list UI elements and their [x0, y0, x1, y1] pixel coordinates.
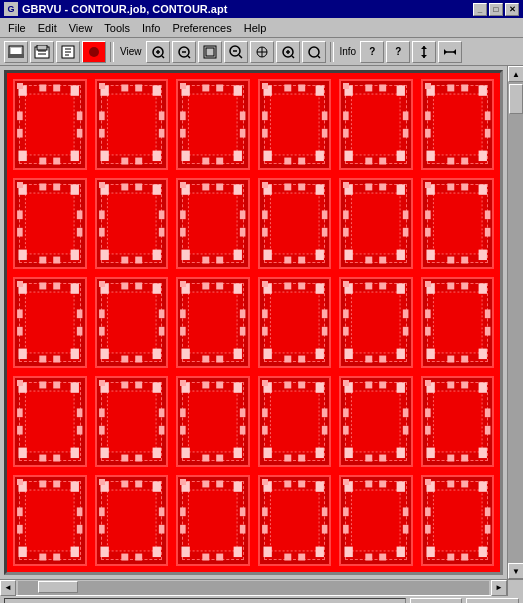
- menu-edit[interactable]: Edit: [32, 18, 63, 37]
- svg-rect-355: [71, 547, 79, 557]
- pan-button[interactable]: [250, 41, 274, 63]
- scroll-left-button[interactable]: ◄: [0, 580, 16, 596]
- svg-rect-286: [107, 391, 156, 452]
- svg-rect-250: [344, 349, 352, 359]
- zoom-out-button[interactable]: [224, 41, 248, 63]
- svg-rect-39: [25, 94, 74, 155]
- info-help-button[interactable]: ?: [360, 41, 384, 63]
- svg-rect-20: [206, 48, 214, 56]
- scroll-thumb-v[interactable]: [509, 84, 523, 114]
- cursor-button[interactable]: [412, 41, 436, 63]
- svg-rect-168: [321, 228, 327, 237]
- zoom-out-small-button[interactable]: [172, 41, 196, 63]
- svg-rect-135: [121, 257, 128, 264]
- toolbar-btn-2[interactable]: [30, 41, 54, 63]
- svg-rect-393: [263, 547, 271, 557]
- svg-rect-268: [461, 282, 468, 289]
- svg-line-15: [162, 56, 164, 58]
- svg-rect-51: [77, 129, 83, 138]
- scroll-thumb-h[interactable]: [38, 581, 78, 593]
- svg-rect-324: [321, 426, 327, 435]
- svg-rect-221: [188, 292, 237, 353]
- svg-rect-245: [321, 309, 327, 318]
- svg-rect-100: [343, 111, 349, 120]
- svg-rect-40: [18, 85, 26, 95]
- svg-rect-106: [478, 85, 486, 95]
- svg-rect-143: [188, 193, 237, 254]
- svg-rect-148: [202, 257, 209, 264]
- svg-rect-411: [379, 480, 386, 487]
- svg-rect-346: [461, 381, 468, 388]
- help-button[interactable]: ?: [386, 41, 410, 63]
- svg-rect-73: [216, 84, 223, 91]
- osnap-button[interactable]: OSNAP: [466, 598, 519, 604]
- svg-rect-199: [71, 349, 79, 359]
- toolbar-btn-3[interactable]: [56, 41, 80, 63]
- svg-rect-281: [53, 381, 60, 388]
- svg-rect-201: [53, 356, 60, 363]
- svg-rect-405: [397, 481, 405, 491]
- scroll-down-button[interactable]: ▼: [508, 563, 523, 579]
- svg-rect-161: [284, 257, 291, 264]
- svg-rect-406: [344, 547, 352, 557]
- svg-rect-276: [18, 448, 26, 458]
- svg-rect-312: [270, 391, 319, 452]
- ruler-button[interactable]: [438, 41, 462, 63]
- svg-rect-63: [158, 111, 164, 120]
- maximize-button[interactable]: □: [489, 3, 503, 16]
- svg-rect-203: [53, 282, 60, 289]
- svg-rect-159: [263, 250, 271, 260]
- svg-point-31: [309, 47, 319, 57]
- svg-rect-339: [426, 382, 434, 392]
- svg-rect-287: [100, 382, 108, 392]
- svg-rect-229: [216, 282, 223, 289]
- svg-rect-294: [135, 381, 142, 388]
- svg-rect-414: [403, 507, 409, 516]
- gsnap-button[interactable]: GSNAP: [410, 598, 463, 604]
- svg-rect-410: [365, 480, 372, 487]
- menu-file[interactable]: File: [2, 18, 32, 37]
- svg-rect-109: [447, 158, 454, 165]
- svg-rect-156: [270, 193, 319, 254]
- menu-info[interactable]: Info: [136, 18, 166, 37]
- scroll-track-v[interactable]: [508, 82, 523, 563]
- zoom-area-button[interactable]: [276, 41, 300, 63]
- svg-rect-145: [234, 184, 242, 194]
- svg-rect-370: [135, 554, 142, 561]
- svg-rect-133: [100, 250, 108, 260]
- svg-rect-80: [315, 85, 323, 95]
- scroll-track-h[interactable]: [18, 581, 489, 595]
- menu-tools[interactable]: Tools: [98, 18, 136, 37]
- close-button[interactable]: ✕: [505, 3, 519, 16]
- svg-rect-404: [344, 481, 352, 491]
- svg-rect-191: [425, 210, 431, 219]
- svg-rect-107: [426, 151, 434, 161]
- zoom-in-button[interactable]: [146, 41, 170, 63]
- svg-rect-167: [321, 210, 327, 219]
- svg-rect-67: [234, 85, 242, 95]
- pcb-cell: [13, 475, 87, 566]
- zoom-fit-button[interactable]: [198, 41, 222, 63]
- svg-rect-313: [263, 382, 271, 392]
- menu-help[interactable]: Help: [238, 18, 273, 37]
- svg-rect-172: [344, 250, 352, 260]
- stop-button[interactable]: [82, 41, 106, 63]
- svg-rect-265: [447, 356, 454, 363]
- toolbar: View Info ? ?: [0, 38, 523, 66]
- svg-rect-348: [425, 426, 431, 435]
- menu-view[interactable]: View: [63, 18, 99, 37]
- svg-rect-403: [351, 490, 400, 551]
- svg-rect-230: [180, 309, 186, 318]
- svg-rect-208: [107, 292, 156, 353]
- vertical-scrollbar: ▲ ▼: [507, 66, 523, 579]
- zoom-full-button[interactable]: [302, 41, 326, 63]
- toolbar-btn-1[interactable]: [4, 41, 28, 63]
- minimize-button[interactable]: _: [473, 3, 487, 16]
- svg-rect-260: [433, 292, 482, 353]
- menu-preferences[interactable]: Preferences: [166, 18, 237, 37]
- svg-rect-329: [397, 448, 405, 458]
- canvas-border[interactable]: [4, 70, 503, 575]
- scroll-right-button[interactable]: ►: [491, 580, 507, 596]
- svg-rect-71: [216, 158, 223, 165]
- scroll-up-button[interactable]: ▲: [508, 66, 523, 82]
